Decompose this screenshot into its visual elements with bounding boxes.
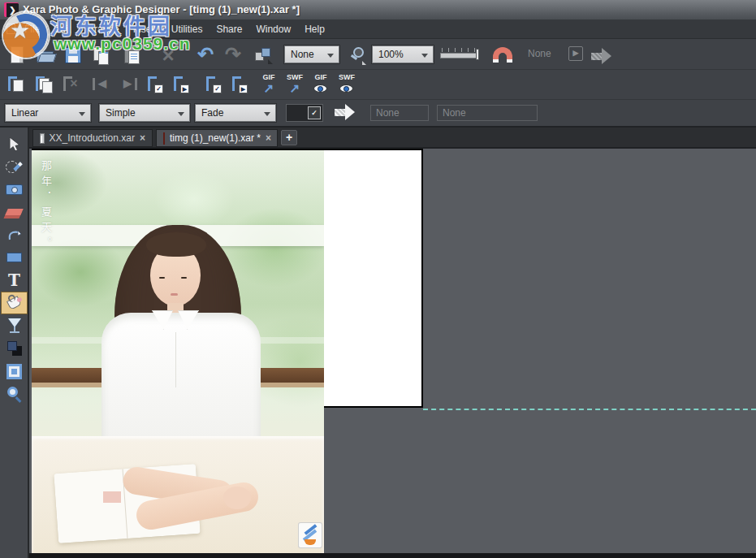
save-button[interactable]	[62, 45, 86, 69]
page-guide-dashed-line	[423, 409, 756, 410]
chevron-down-icon	[327, 54, 334, 58]
photo-image[interactable]: 那年．夏天。	[32, 150, 324, 554]
menu-edit[interactable]: Edit	[54, 24, 71, 35]
fill-handle-field-2[interactable]: None	[437, 105, 538, 121]
previous-frame-button[interactable]: ◀	[91, 75, 112, 96]
title-bar: ❯ Xara Photo & Graphic Designer - [timg …	[0, 0, 756, 19]
fill-effect-dropdown[interactable]: Fade	[195, 104, 276, 122]
bevel-tool[interactable]	[1, 360, 28, 383]
delete-button[interactable]: ×	[156, 43, 180, 67]
new-tab-button[interactable]: +	[281, 130, 297, 145]
new-document-button[interactable]	[6, 45, 31, 69]
fill-arrow-icon[interactable]	[335, 104, 359, 128]
window-title: Xara Photo & Graphic Designer - [timg (1…	[23, 3, 300, 15]
text-tool[interactable]: T	[1, 269, 28, 292]
chevron-down-icon	[264, 112, 270, 116]
chevron-down-icon	[79, 112, 85, 116]
app-icon[interactable]: ❯	[4, 2, 19, 17]
preview-animation-button[interactable]: ▶	[231, 75, 252, 96]
redo-button[interactable]: ↷	[221, 43, 245, 67]
transparency-tool[interactable]	[1, 314, 28, 337]
animation-properties-button[interactable]: ✓	[205, 75, 226, 96]
menu-share[interactable]: Share	[216, 24, 242, 35]
quality-value: None	[291, 49, 314, 60]
paste-button[interactable]	[122, 45, 146, 69]
window-bottom-edge	[29, 553, 756, 558]
menu-utilities[interactable]: Utilities	[171, 24, 203, 35]
menu-window[interactable]: Window	[256, 24, 291, 35]
flash-export-status: None	[528, 48, 551, 59]
animation-document-icon	[163, 132, 165, 145]
next-frame-button[interactable]: ▶	[119, 75, 140, 96]
photo-girl-shirt	[102, 313, 261, 449]
feather-slider[interactable]	[440, 47, 484, 71]
chevron-down-icon	[421, 54, 428, 58]
freehand-mask-tool[interactable]	[1, 155, 28, 178]
app-window: ❯ Xara Photo & Graphic Designer - [timg …	[0, 0, 756, 558]
menu-file[interactable]: File	[24, 24, 40, 35]
preview-swf-button[interactable]: SWF	[336, 75, 357, 96]
copy-frame-button[interactable]	[34, 75, 55, 96]
frame-play-button[interactable]: ▶	[172, 75, 193, 96]
document-icon	[40, 133, 45, 144]
animation-toolbar	[0, 69, 756, 99]
open-document-button[interactable]	[34, 45, 58, 69]
export-gif-button[interactable]: GIF ↗	[258, 75, 279, 96]
photo-camera-tool[interactable]	[1, 178, 28, 201]
fill-type-dropdown[interactable]: Linear	[5, 104, 91, 122]
photo-watermark-logo	[298, 522, 322, 548]
page-white-area[interactable]	[324, 150, 423, 408]
tab-xx-introduction[interactable]: XX_Introduction.xar ×	[32, 129, 153, 147]
fill-profile-dropdown[interactable]: Simple	[99, 104, 190, 122]
fill-color-dropdown[interactable]: ✓	[286, 104, 323, 122]
zoom-tool[interactable]	[1, 383, 28, 405]
copy-button[interactable]	[91, 45, 115, 69]
undo-button[interactable]: ↶	[193, 43, 218, 67]
play-preview-button[interactable]: ▶	[568, 46, 583, 61]
menu-bar: File Edit Arrange Insert Utilities Share…	[0, 19, 756, 39]
zoom-level-dropdown[interactable]: 100%	[372, 45, 434, 63]
chevron-down-icon	[178, 112, 184, 116]
menu-help[interactable]: Help	[305, 24, 325, 35]
eraser-tool[interactable]	[1, 201, 28, 223]
delete-frame-button[interactable]: ×	[62, 75, 83, 96]
tool-palette: T	[0, 128, 29, 558]
document-window-icon[interactable]	[6, 24, 15, 34]
zoom-level-value: 100%	[378, 49, 404, 60]
transform-button[interactable]	[252, 45, 276, 69]
export-swf-button[interactable]: SWF ↗	[284, 75, 305, 96]
export-arrow-icon[interactable]	[591, 45, 616, 70]
close-tab-icon[interactable]: ×	[140, 132, 145, 144]
close-tab-icon[interactable]: ×	[266, 132, 271, 144]
document-tab-bar: XX_Introduction.xar × timg (1)_new(1).xa…	[29, 128, 756, 147]
new-frame-button[interactable]	[6, 75, 28, 96]
shape-editor-tool[interactable]	[1, 223, 28, 246]
selector-tool[interactable]	[1, 132, 28, 155]
shadow-tool[interactable]	[1, 337, 28, 360]
photo-vertical-caption: 那年．夏天。	[38, 160, 54, 253]
frame-properties-button[interactable]: ✓	[146, 75, 167, 96]
menu-insert[interactable]: Insert	[133, 24, 158, 35]
fill-tool-selected[interactable]	[1, 292, 28, 314]
tab-timg-new-active[interactable]: timg (1)_new(1).xar * ×	[156, 129, 278, 147]
rectangle-tool[interactable]	[1, 246, 28, 269]
zoom-tool-button[interactable]	[348, 45, 372, 69]
preview-gif-button[interactable]: GIF	[310, 75, 331, 96]
menu-arrange[interactable]: Arrange	[84, 24, 119, 35]
fill-handle-field-1[interactable]: None	[370, 105, 429, 121]
quality-dropdown[interactable]: None	[284, 45, 339, 63]
snap-magnet-icon[interactable]	[490, 45, 515, 69]
